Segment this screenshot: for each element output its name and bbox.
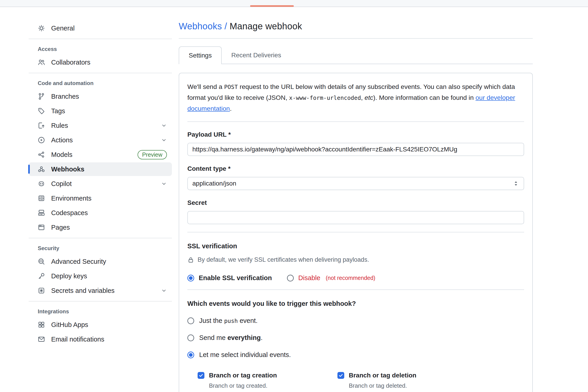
breadcrumb-webhooks-link[interactable]: Webhooks / xyxy=(179,21,227,31)
disable-ssl-radio[interactable]: Disable (not recommended) xyxy=(287,274,376,282)
event-checkbox-branch-or-tag-creation[interactable]: Branch or tag creation xyxy=(198,372,338,379)
people-icon xyxy=(38,59,45,66)
sidebar-item-label: Deploy keys xyxy=(51,272,87,280)
sidebar-item-label: GitHub Apps xyxy=(51,321,88,328)
sidebar-item-label: Advanced Security xyxy=(51,258,106,265)
sidebar-item-label: Webhooks xyxy=(51,166,84,173)
sidebar-item-secrets-and-variables[interactable]: Secrets and variables xyxy=(29,284,172,298)
play-circle-icon xyxy=(38,136,45,144)
top-bar xyxy=(0,0,588,7)
sidebar-item-codespaces[interactable]: Codespaces xyxy=(29,206,172,220)
checkbox-checked-icon xyxy=(338,372,344,379)
page-title: Webhooks / Manage webhook xyxy=(179,21,533,32)
mail-icon xyxy=(38,336,45,343)
chevron-down-icon xyxy=(161,181,167,187)
section-divider xyxy=(187,232,524,232)
webhook-icon xyxy=(38,166,45,173)
git-branch-icon xyxy=(38,93,45,100)
gear-icon xyxy=(38,24,45,32)
codespaces-icon xyxy=(38,209,45,216)
checkbox-checked-icon xyxy=(198,372,204,379)
sidebar-item-advanced-security[interactable]: Advanced Security xyxy=(29,255,172,268)
page-title-text: Manage webhook xyxy=(230,21,302,31)
rules-icon xyxy=(38,122,45,129)
sidebar-item-collaborators[interactable]: Collaborators xyxy=(29,56,172,69)
sidebar-item-models[interactable]: ModelsPreview xyxy=(29,148,172,162)
tab-settings[interactable]: Settings xyxy=(179,46,222,64)
webhook-tabnav: Settings Recent Deliveries xyxy=(179,46,533,64)
event-checkbox-item: Branch or tag creationBranch or tag crea… xyxy=(198,372,338,389)
sidebar-item-general[interactable]: General xyxy=(29,21,172,35)
individual-events-grid: Branch or tag creationBranch or tag crea… xyxy=(187,372,524,392)
code-scan-icon xyxy=(38,258,45,265)
environments-icon xyxy=(38,195,45,202)
section-divider xyxy=(187,290,524,290)
sidebar-item-label: Pages xyxy=(51,224,70,231)
sidebar-item-label: Branches xyxy=(51,93,79,100)
sidebar-item-pages[interactable]: Pages xyxy=(29,220,172,234)
events-question: Which events would you like to trigger t… xyxy=(187,300,524,308)
disable-ssl-label: Disable xyxy=(298,274,320,282)
sidebar-divider xyxy=(29,238,172,238)
sidebar-item-label: Rules xyxy=(51,122,68,130)
ssl-note-text: By default, we verify SSL certificates w… xyxy=(198,256,369,263)
webhook-settings-panel: We'll send a POST request to the URL bel… xyxy=(179,73,533,392)
sidebar-section-header: Security xyxy=(29,245,172,252)
radio-selected-icon xyxy=(187,275,194,282)
chevron-down-icon xyxy=(161,137,167,143)
ssl-heading: SSL verification xyxy=(187,242,524,250)
chevron-down-icon xyxy=(161,122,167,128)
sidebar-item-copilot[interactable]: Copilot xyxy=(29,177,172,190)
sidebar-section-header: Integrations xyxy=(29,308,172,315)
sidebar-item-label: Copilot xyxy=(51,180,72,188)
event-option-1[interactable]: Send me everything. xyxy=(187,334,524,342)
sidebar-section-header: Code and automation xyxy=(29,80,172,86)
sidebar-item-email-notifications[interactable]: Email notifications xyxy=(29,332,172,346)
ssl-radio-group: Enable SSL verification Disable (not rec… xyxy=(187,274,524,282)
event-option-label: Send me everything. xyxy=(199,334,262,342)
radio-unselected-icon xyxy=(187,318,194,324)
sidebar-item-label: Actions xyxy=(51,136,73,144)
sidebar-item-branches[interactable]: Branches xyxy=(29,90,172,103)
sidebar-item-actions[interactable]: Actions xyxy=(29,133,172,147)
radio-unselected-icon xyxy=(187,334,194,341)
tab-recent-deliveries[interactable]: Recent Deliveries xyxy=(222,47,290,64)
sidebar-divider xyxy=(29,73,172,73)
select-arrows-icon xyxy=(513,180,519,187)
ssl-note: By default, we verify SSL certificates w… xyxy=(187,256,524,263)
enable-ssl-radio[interactable]: Enable SSL verification xyxy=(187,274,272,282)
event-option-label: Just the push event. xyxy=(199,317,258,324)
title-divider xyxy=(179,38,533,39)
sidebar-item-label: Codespaces xyxy=(51,209,88,217)
payload-url-input[interactable] xyxy=(187,143,524,156)
intro-paragraph: We'll send a POST request to the URL bel… xyxy=(187,82,524,114)
tag-icon xyxy=(38,107,45,114)
sidebar-item-tags[interactable]: Tags xyxy=(29,104,172,118)
sidebar-section-header: Access xyxy=(29,46,172,52)
sidebar-item-webhooks[interactable]: Webhooks xyxy=(29,162,172,176)
sidebar-item-environments[interactable]: Environments xyxy=(29,192,172,205)
event-option-2[interactable]: Let me select individual events. xyxy=(187,351,524,358)
sidebar-item-label: Environments xyxy=(51,195,92,202)
event-trigger-options: Just the push event.Send me everything.L… xyxy=(187,317,524,358)
sidebar-item-label: Models xyxy=(51,151,72,158)
secret-input[interactable] xyxy=(187,211,524,224)
event-checkbox-description: Branch or tag created. xyxy=(209,382,338,389)
sidebar-item-rules[interactable]: Rules xyxy=(29,119,172,132)
enable-ssl-label: Enable SSL verification xyxy=(199,274,272,282)
content-type-value: application/json xyxy=(192,180,236,187)
apps-grid-icon xyxy=(38,321,45,328)
secret-label: Secret xyxy=(187,199,524,206)
event-option-0[interactable]: Just the push event. xyxy=(187,317,524,324)
key-icon xyxy=(38,272,45,280)
event-checkbox-branch-or-tag-deletion[interactable]: Branch or tag deletion xyxy=(338,372,524,379)
copilot-icon xyxy=(38,180,45,187)
sidebar-item-deploy-keys[interactable]: Deploy keys xyxy=(29,269,172,283)
event-checkbox-label: Branch or tag creation xyxy=(209,372,277,379)
sidebar-item-github-apps[interactable]: GitHub Apps xyxy=(29,318,172,332)
payload-url-label: Payload URL * xyxy=(187,131,524,138)
radio-unselected-icon xyxy=(287,275,294,282)
sidebar-item-label: Email notifications xyxy=(51,336,104,343)
content-type-select[interactable]: application/json xyxy=(187,177,524,190)
event-checkbox-item: Branch or tag deletionBranch or tag dele… xyxy=(338,372,524,389)
